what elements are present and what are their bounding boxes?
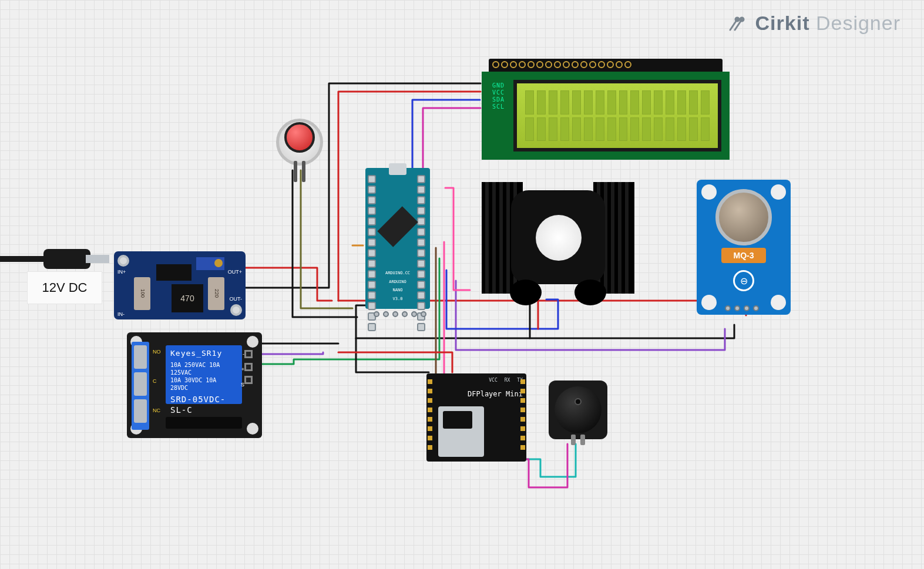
- buck-regulator-chip: [156, 264, 191, 281]
- design-canvas[interactable]: Cirkit Designer GND VCC SDA SCL 12V DC 1…: [0, 0, 924, 569]
- lcd-pin-sda-label: SDA: [492, 96, 505, 103]
- lcd-char-grid: [525, 90, 710, 141]
- buck-out-plus-label: OUT+: [228, 269, 242, 275]
- lcd-pin-scl-label: SCL: [492, 103, 505, 110]
- buck-inductor: 470: [172, 284, 203, 312]
- arduino-nano[interactable]: ARDUINO.CC ARDUINO NANO V3.0: [365, 168, 430, 309]
- dc-plug-body: [43, 249, 90, 269]
- flow-indicator-icon: [536, 215, 582, 261]
- relay-screw-terminals[interactable]: [132, 342, 149, 430]
- relay-pin-plus-label: +: [241, 366, 244, 372]
- buck-out-minus-label: OUT-: [230, 296, 243, 302]
- lcd-screen: [513, 80, 721, 151]
- lcd-pin-vcc-label: VCC: [492, 89, 505, 96]
- speaker-lead-pos: [571, 435, 576, 445]
- mq3-logo-icon: ⊖: [733, 270, 754, 291]
- speaker-lead-neg: [580, 435, 585, 445]
- water-flow-sensor[interactable]: [482, 176, 634, 305]
- flow-foot: [510, 280, 542, 305]
- mq3-sensor-head-icon: [715, 189, 772, 245]
- svg-point-0: [735, 18, 739, 21]
- relay-c-label: C: [153, 378, 157, 384]
- push-button-cap[interactable]: [284, 122, 315, 153]
- app-brand: Cirkit Designer: [728, 12, 901, 35]
- lcd-pin-gnd-label: GND: [492, 82, 505, 89]
- nano-bottom-pin-row: [374, 311, 426, 317]
- relay-ic: [166, 417, 242, 429]
- lcd-i2c-16x2[interactable]: GND VCC SDA SCL: [482, 72, 730, 160]
- mq3-mount-hole: [771, 184, 786, 200]
- power-12v-text: 12V DC: [42, 280, 87, 295]
- push-button-leg-2: [302, 161, 305, 182]
- mq3-sensor-module[interactable]: MQ-3 ⊖: [697, 180, 791, 315]
- mq3-pin-row: [725, 305, 759, 311]
- speaker-center-icon: [574, 398, 582, 405]
- nano-usb-port[interactable]: [389, 163, 406, 175]
- mq3-mount-hole: [701, 295, 717, 310]
- relay-nc-label: NC: [153, 408, 160, 413]
- relay-signal-pins[interactable]: [244, 350, 258, 384]
- push-button[interactable]: [276, 119, 323, 183]
- buck-cap-in: 100: [134, 277, 150, 310]
- push-button-leg-1: [294, 161, 297, 182]
- buck-trimpot[interactable]: [196, 257, 224, 270]
- brand-text-left: Cirkit: [755, 12, 810, 34]
- dc-plug-tip: [86, 255, 109, 263]
- dfplayer-title: DFPlayer Mini: [468, 390, 524, 398]
- speaker[interactable]: [549, 381, 607, 439]
- dfp-top-pin-labels: VCC RX TX: [426, 373, 526, 386]
- nano-pin-row-right: [417, 175, 428, 331]
- buck-cap-out: 220: [208, 277, 224, 310]
- brand-logo-icon: [728, 12, 755, 34]
- lcd-pin-header: [489, 59, 723, 72]
- relay-module-1ch[interactable]: NO C NC Keyes_SR1y 10A 250VAC 10A 125VAC…: [127, 332, 262, 438]
- buck-mount-hole: [230, 304, 242, 316]
- dfplayer-mini[interactable]: VCC RX TX DFPlayer Mini: [426, 373, 526, 462]
- dfplayer-sd-slot-icon[interactable]: [438, 406, 484, 457]
- relay-pin-minus-label: -: [243, 351, 244, 357]
- nano-pin-row-left: [368, 175, 378, 331]
- buck-in-plus-label: IN+: [117, 269, 126, 275]
- mq3-model-label: MQ-3: [721, 248, 766, 263]
- relay-cube: Keyes_SR1y 10A 250VAC 10A 125VAC 10A 30V…: [166, 345, 242, 404]
- svg-point-1: [740, 18, 744, 21]
- buck-in-minus-label: IN-: [117, 311, 125, 317]
- brand-text-right: Designer: [816, 12, 901, 34]
- buck-mount-hole: [117, 255, 129, 267]
- buck-converter-lm2596[interactable]: 100 470 220 IN- IN+ OUT+ OUT-: [114, 251, 246, 319]
- nano-mcu-chip: [377, 206, 418, 247]
- flow-foot: [574, 280, 606, 305]
- relay-no-label: NO: [153, 349, 161, 355]
- power-12v-label: 12V DC: [27, 271, 102, 304]
- mq3-mount-hole: [771, 295, 786, 310]
- relay-pin-s-label: S: [241, 382, 244, 388]
- speaker-cone-icon: [555, 386, 602, 433]
- mq3-mount-hole: [701, 184, 717, 200]
- nano-silkscreen: ARDUINO.CC ARDUINO NANO V3.0: [379, 269, 416, 303]
- dc-cable: [0, 256, 47, 262]
